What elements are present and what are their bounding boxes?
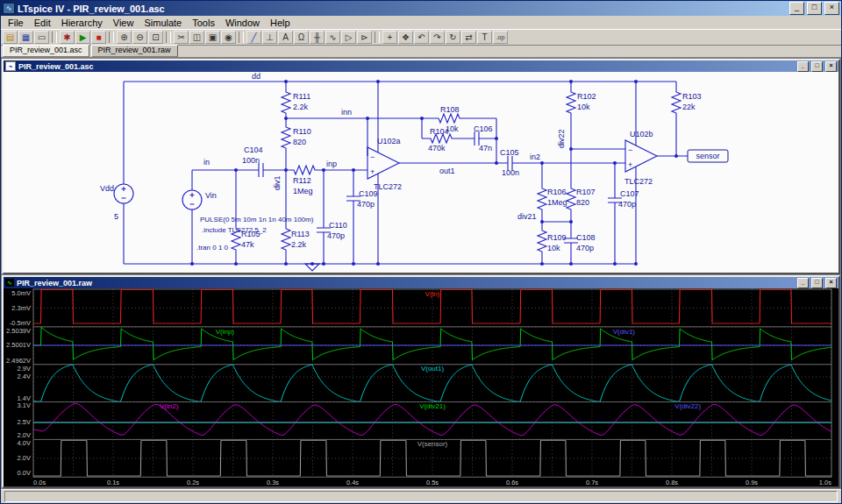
tool-paste-icon[interactable]: ▣ — [205, 31, 220, 44]
tool-diode-icon[interactable]: ▷ — [341, 31, 356, 44]
label-R109: R109 — [547, 233, 567, 242]
tool-run-simulation-icon[interactable]: ▶ — [75, 31, 90, 44]
tool-mirror-icon[interactable]: ⇄ — [461, 31, 476, 44]
trace-label-V(div21)[interactable]: V(div21) — [419, 402, 446, 410]
tool-zoom-out-icon[interactable]: ⊖ — [132, 31, 147, 44]
tool-spice-directive-icon[interactable]: .op — [493, 31, 508, 44]
close-button[interactable]: × — [824, 2, 839, 15]
schematic-window-titlebar[interactable]: ⌁ PIR_review_001.asc _ □ × — [4, 60, 838, 72]
component-R103[interactable] — [672, 89, 681, 118]
component-Vdd[interactable] — [114, 184, 133, 203]
label-R103: R103 — [682, 92, 702, 101]
net-label-div21: div21 — [517, 212, 537, 221]
y-axis-label: 3.1V — [18, 401, 31, 409]
tool-net-label-icon[interactable]: A — [278, 31, 293, 44]
label-C108: C108 — [576, 233, 596, 242]
trace-label-V(sensor)[interactable]: V(sensor) — [417, 440, 448, 448]
menu-simulate[interactable]: Simulate — [139, 18, 187, 28]
y-axis-label: -0.5mV — [10, 319, 31, 327]
y-axis-label: 2.9V — [18, 365, 31, 373]
type-U102b: TLC272 — [624, 177, 653, 186]
component-R107[interactable] — [567, 185, 575, 215]
svg-text:+: + — [628, 160, 632, 169]
tool-halt-simulation-icon[interactable]: ■ — [91, 31, 106, 44]
trace-label-V(in2)[interactable]: V(in2) — [160, 402, 179, 410]
waveform-close-button[interactable]: × — [825, 278, 837, 288]
value-C107: 470p — [618, 200, 636, 209]
tool-ground-icon[interactable]: ⊥ — [262, 31, 277, 44]
value-Vdd: 5 — [114, 212, 118, 221]
net-label-inp: inp — [326, 160, 337, 168]
waveform-window-titlebar[interactable]: ∿ PIR_review_001.raw _ □ × — [4, 277, 838, 288]
schematic-maximize-button[interactable]: □ — [811, 61, 823, 72]
tool-text-icon[interactable]: T — [477, 31, 492, 44]
menu-edit[interactable]: Edit — [29, 18, 56, 28]
component-C104[interactable] — [249, 163, 274, 177]
trace-label-V(div1)[interactable]: V(div1) — [613, 328, 636, 336]
label-R108: R108 — [440, 105, 460, 114]
component-R109[interactable] — [538, 227, 546, 257]
tool-inductor-icon[interactable]: ∿ — [325, 31, 340, 44]
x-axis-label: 0.1s — [107, 479, 119, 486]
menu-view[interactable]: View — [108, 18, 139, 28]
tool-find-icon[interactable]: ◉ — [221, 31, 236, 44]
tool-capacitor-icon[interactable]: ╫ — [310, 31, 325, 44]
tool-component-icon[interactable]: ⊳ — [357, 31, 372, 44]
trace-label-V(div22)[interactable]: V(div22) — [674, 402, 701, 410]
component-R113[interactable] — [282, 225, 290, 255]
y-axis-label: 1.4V — [18, 394, 31, 402]
menu-hierarchy[interactable]: Hierarchy — [56, 18, 108, 28]
x-axis-label: 0.6s — [506, 479, 518, 486]
component-R106[interactable] — [538, 185, 546, 215]
ltspice-window: ∿ LTspice IV - PIR_review_001.asc _ □ × … — [0, 0, 842, 504]
tool-resistor-icon[interactable]: Ω — [294, 31, 309, 44]
tab-PIR_review_001.raw[interactable]: PIR_review_001.raw — [91, 45, 178, 57]
component-Vin[interactable] — [182, 190, 202, 209]
trace-label-V(in)[interactable]: V(in) — [425, 290, 440, 298]
tool-control-panel-icon[interactable]: ✱ — [60, 31, 75, 44]
tool-zoom-full-extents-icon[interactable]: ⊡ — [148, 31, 163, 44]
tool-wire-icon[interactable]: ╱ — [246, 31, 261, 44]
tool-print-icon[interactable]: ▭ — [34, 31, 49, 44]
component-R108[interactable] — [435, 114, 465, 123]
status-bar-panel — [4, 491, 838, 502]
menu-help[interactable]: Help — [265, 18, 296, 28]
waveform-canvas[interactable]: 5.0mV2.3mV-0.5mVV(in)2.5039V2.5001V2.496… — [4, 288, 838, 486]
menu-tools[interactable]: Tools — [187, 18, 220, 28]
waveform-maximize-button[interactable]: □ — [811, 278, 823, 288]
schematic-canvas[interactable]: −+ −+ dd in inn inp div1 out1 in2 — [4, 72, 838, 273]
title-bar[interactable]: ∿ LTspice IV - PIR_review_001.asc _ □ × — [1, 1, 841, 16]
menu-file[interactable]: File — [3, 18, 29, 28]
tool-redo-icon[interactable]: ↷ — [430, 31, 445, 44]
schematic-minimize-button[interactable]: _ — [797, 61, 809, 72]
component-R111[interactable] — [282, 89, 290, 118]
component-R102[interactable] — [567, 89, 575, 118]
trace-label-V(out1)[interactable]: V(out1) — [421, 366, 445, 373]
trace-label-V(inp)[interactable]: V(inp) — [216, 328, 235, 336]
component-U102a[interactable]: −+ — [367, 147, 399, 179]
net-label-dd: dd — [252, 72, 260, 81]
tab-PIR_review_001.asc[interactable]: PIR_review_001.asc — [3, 45, 89, 57]
tool-rotate-icon[interactable]: ↻ — [446, 31, 460, 44]
menu-window[interactable]: Window — [220, 18, 265, 28]
tool-zoom-in-icon[interactable]: ⊕ — [117, 31, 132, 44]
tool-cut-icon[interactable]: ✂ — [174, 31, 189, 44]
trace-V(inp) — [33, 327, 831, 360]
maximize-button[interactable]: □ — [807, 2, 822, 15]
tool-copy-icon[interactable]: ◫ — [189, 31, 204, 44]
waveform-minimize-button[interactable]: _ — [797, 278, 809, 288]
component-R110[interactable] — [282, 124, 290, 153]
schematic-window-title: PIR_review_001.asc — [18, 62, 94, 71]
tool-move-icon[interactable]: + — [382, 31, 397, 44]
tool-save-icon[interactable]: ▦ — [18, 31, 33, 44]
component-U102b[interactable]: −+ — [625, 140, 657, 172]
tool-undo-icon[interactable]: ↶ — [414, 31, 429, 44]
minimize-button[interactable]: _ — [789, 2, 804, 15]
y-axis-label: 0.0V — [18, 469, 31, 477]
label-C110: C110 — [329, 221, 347, 230]
x-axis-label: 0.3s — [267, 479, 279, 486]
component-R112[interactable] — [290, 166, 320, 174]
tool-open-file-icon[interactable]: ▤ — [3, 31, 18, 44]
schematic-close-button[interactable]: × — [825, 61, 837, 72]
tool-drag-icon[interactable]: ❖ — [398, 31, 413, 44]
